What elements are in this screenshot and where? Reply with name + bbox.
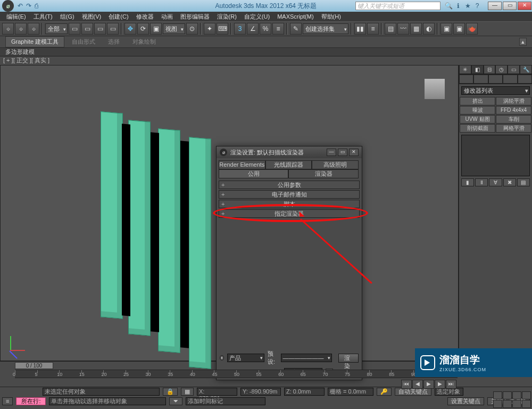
angle-snap-icon[interactable]: ∠: [247, 23, 259, 35]
goto-start-icon[interactable]: ⏮: [401, 380, 412, 389]
tab-renderer[interactable]: 渲染器: [288, 169, 358, 178]
pin-stack-icon[interactable]: ▮: [461, 178, 474, 186]
named-sel-icon[interactable]: ✎: [290, 23, 302, 35]
coord-display-icon[interactable]: ▦: [181, 388, 194, 396]
render-frame-icon[interactable]: ▣: [453, 23, 465, 35]
coord-z[interactable]: Z: 0.0mm: [284, 388, 325, 396]
select-name-icon[interactable]: ▭: [81, 23, 93, 35]
menu-item[interactable]: 组(G): [57, 13, 78, 21]
add-time-tag[interactable]: 添加时间标记: [186, 397, 265, 405]
minimize-button[interactable]: —: [488, 2, 502, 10]
unlink-icon[interactable]: ⟐: [15, 23, 27, 35]
help-search-input[interactable]: 键入关键字或短语: [355, 2, 440, 10]
goto-end-icon[interactable]: ⏭: [446, 380, 456, 389]
maximize-button[interactable]: ▭: [503, 2, 517, 10]
menu-item[interactable]: 渲染(R): [214, 13, 240, 21]
menu-item[interactable]: 修改器: [133, 13, 157, 21]
orbit-icon[interactable]: [512, 400, 521, 408]
layer-icon[interactable]: ▤: [385, 23, 396, 35]
configure-icon[interactable]: ▤: [517, 178, 530, 186]
named-selection-dropdown[interactable]: 创建选择集: [303, 23, 348, 34]
subtab-icon[interactable]: [518, 75, 532, 84]
dialog-close-button[interactable]: ✕: [349, 149, 359, 156]
render-button[interactable]: 渲染: [338, 354, 359, 363]
hierarchy-tab-icon[interactable]: ⊟: [484, 65, 496, 74]
dialog-titlebar[interactable]: ⌀ 渲染设置: 默认扫描线渲染器 — ▭ ✕: [217, 146, 362, 158]
menu-item[interactable]: 动画: [158, 13, 176, 21]
zoom-icon[interactable]: [493, 391, 502, 399]
modifier-list-dropdown[interactable]: 修改器列表: [461, 86, 530, 95]
ribbon-collapse-icon[interactable]: ▴: [519, 38, 527, 46]
menu-item[interactable]: 图形编辑器: [177, 13, 213, 21]
coord-y[interactable]: Y: -890.909m: [240, 388, 281, 396]
menu-item[interactable]: 视图(V): [79, 13, 105, 21]
production-dropdown[interactable]: 产品: [227, 354, 264, 362]
modify-tab-icon[interactable]: ◧: [471, 65, 484, 74]
tab-render-elements[interactable]: Render Elements: [219, 160, 265, 169]
prev-frame-icon[interactable]: ◀: [412, 380, 423, 389]
subtab-icon[interactable]: [488, 75, 503, 84]
menu-item[interactable]: 工具(T): [30, 13, 56, 21]
unique-icon[interactable]: ∀: [489, 178, 502, 186]
subtab-icon[interactable]: [459, 75, 473, 84]
viewport-label[interactable]: [ + ][ 正交 ][ 真实 ]: [0, 56, 532, 65]
ribbon-tab[interactable]: 自由形式: [66, 37, 101, 47]
zoom-all-icon[interactable]: [503, 391, 512, 399]
radio-production[interactable]: [220, 355, 224, 361]
script-listener-icon[interactable]: ≡: [2, 397, 13, 405]
tab-adv-lighting[interactable]: 高级照明: [312, 160, 359, 169]
modifier-stack[interactable]: [461, 135, 530, 176]
menu-item[interactable]: 帮助(H): [318, 13, 344, 21]
modifier-button[interactable]: 挤出: [460, 97, 495, 105]
key-icon[interactable]: 🔑: [377, 388, 392, 396]
ribbon-tab-graphite[interactable]: Graphite 建模工具: [5, 36, 64, 47]
render-icon[interactable]: 🫖: [466, 23, 478, 35]
percent-snap-icon[interactable]: %: [260, 23, 271, 35]
viewcube-icon[interactable]: [424, 78, 445, 100]
utilities-tab-icon[interactable]: 🔧: [520, 65, 532, 74]
select-region-icon[interactable]: ▭: [94, 23, 106, 35]
next-frame-icon[interactable]: ▶: [435, 380, 445, 389]
infocenter-icons[interactable]: 🔍ℹ★?: [444, 2, 482, 10]
maximize-viewport-icon[interactable]: [522, 400, 531, 408]
window-crossing-icon[interactable]: ▭: [107, 23, 119, 35]
viewport[interactable]: ⌀ 渲染设置: 默认扫描线渲染器 — ▭ ✕ Render Elements 光…: [0, 65, 459, 361]
remove-mod-icon[interactable]: ✖: [503, 178, 516, 186]
modifier-button[interactable]: 噪波: [460, 106, 495, 114]
modifier-button[interactable]: 车削: [496, 115, 531, 124]
ribbon-tab[interactable]: 选择: [103, 37, 125, 47]
menu-item[interactable]: MAXScript(M): [274, 13, 317, 20]
display-tab-icon[interactable]: ▭: [508, 65, 520, 74]
setkey-button[interactable]: 设置关键点: [447, 397, 484, 405]
ribbon-tab[interactable]: 对象绘制: [127, 37, 161, 47]
time-ruler[interactable]: 0510152025303540455055606570758085909510…: [15, 370, 458, 378]
mirror-icon[interactable]: ▮▮: [354, 23, 366, 35]
selection-filter-dropdown[interactable]: 全部: [45, 23, 68, 34]
rotate-icon[interactable]: ⟳: [137, 23, 149, 35]
motion-tab-icon[interactable]: ◷: [495, 65, 508, 74]
manip-icon[interactable]: ✦: [204, 23, 215, 35]
play-icon[interactable]: ▶: [423, 380, 434, 389]
lock-selection-icon[interactable]: 🔒: [163, 388, 178, 396]
modifier-button[interactable]: 剖切截面: [460, 124, 495, 133]
qat-icon[interactable]: ↶: [16, 2, 24, 10]
autokey-button[interactable]: 自动关键点: [395, 388, 431, 396]
subtab-icon[interactable]: [473, 75, 488, 84]
rollout-common-params[interactable]: 公用参数: [219, 181, 360, 189]
align-icon[interactable]: ≡: [367, 23, 379, 35]
refcoord-dropdown[interactable]: 视图: [163, 23, 185, 34]
material-editor-icon[interactable]: ◐: [423, 23, 435, 35]
show-end-icon[interactable]: Ⅱ: [475, 178, 488, 186]
dialog-minimize-button[interactable]: —: [327, 149, 336, 156]
qat-icon[interactable]: ⎙: [33, 2, 40, 10]
menu-item[interactable]: 编辑(E): [3, 13, 29, 21]
modifier-button[interactable]: 网格平滑: [496, 124, 531, 133]
rollout-email[interactable]: 电子邮件通知: [219, 190, 360, 199]
preset-dropdown[interactable]: ———————: [281, 354, 332, 362]
menu-item[interactable]: 创建(C): [105, 13, 131, 21]
select-icon[interactable]: ▭: [69, 23, 80, 35]
move-icon[interactable]: ✥: [124, 23, 136, 35]
pan-icon[interactable]: [503, 400, 512, 408]
keymode-icon[interactable]: ⌨: [217, 23, 228, 35]
bind-icon[interactable]: ⟐: [28, 23, 39, 35]
